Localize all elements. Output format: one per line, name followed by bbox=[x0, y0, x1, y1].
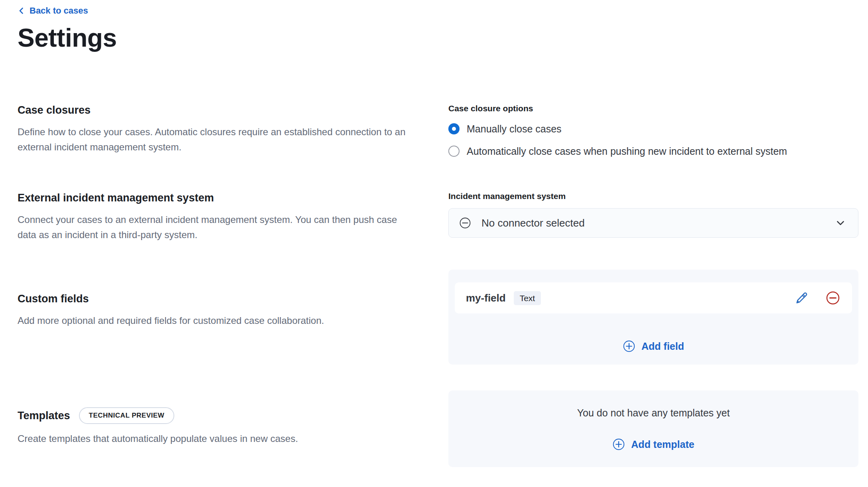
minus-in-circle-icon bbox=[826, 291, 840, 305]
radio-label: Automatically close cases when pushing n… bbox=[467, 144, 787, 158]
radio-selected-icon[interactable] bbox=[448, 123, 460, 134]
templates-heading: Templates bbox=[18, 408, 70, 423]
plus-in-circle-icon bbox=[623, 340, 635, 353]
chevron-down-icon bbox=[835, 217, 846, 229]
add-field-button[interactable]: Add field bbox=[620, 339, 687, 353]
radio-unselected-icon[interactable] bbox=[448, 146, 460, 157]
external-system-description: Connect your cases to an external incide… bbox=[18, 212, 416, 243]
external-system-heading: External incident management system bbox=[18, 191, 416, 205]
radio-manually-close-cases[interactable]: Manually close cases bbox=[448, 121, 858, 136]
radio-label: Manually close cases bbox=[467, 122, 562, 136]
case-closure-options-label: Case closure options bbox=[448, 103, 858, 114]
cases-settings-page: Back to cases Settings Case closures Def… bbox=[0, 0, 868, 487]
incident-system-field: Incident management system No connector … bbox=[448, 191, 858, 238]
section-external-incident-system: External incident management system Conn… bbox=[18, 191, 858, 243]
templates-description-column: Templates TECHNICAL PREVIEW Create templ… bbox=[18, 390, 448, 446]
custom-fields-panel: my-field Text bbox=[448, 270, 858, 365]
page-title: Settings bbox=[18, 23, 858, 53]
minus-in-circle-icon bbox=[459, 217, 471, 229]
custom-field-name: my-field bbox=[466, 292, 506, 304]
incident-system-label: Incident management system bbox=[448, 191, 858, 202]
templates-heading-row: Templates TECHNICAL PREVIEW bbox=[18, 407, 416, 424]
pencil-icon bbox=[795, 292, 808, 304]
templates-empty-message: You do not have any templates yet bbox=[577, 406, 730, 420]
add-template-label: Add template bbox=[631, 438, 694, 451]
edit-field-button[interactable] bbox=[795, 292, 808, 304]
external-system-description-column: External incident management system Conn… bbox=[18, 191, 448, 243]
add-field-row: Add field bbox=[455, 339, 852, 353]
case-closures-description: Define how to close your cases. Automati… bbox=[18, 124, 416, 155]
settings-form: Case closures Define how to close your c… bbox=[18, 103, 858, 467]
section-case-closures: Case closures Define how to close your c… bbox=[18, 103, 858, 159]
section-custom-fields: Custom fields Add more optional and requ… bbox=[18, 270, 858, 365]
delete-field-button[interactable] bbox=[826, 291, 840, 305]
case-closures-heading: Case closures bbox=[18, 103, 416, 117]
templates-description: Create templates that automatically popu… bbox=[18, 431, 416, 446]
add-template-button[interactable]: Add template bbox=[610, 437, 696, 452]
case-closure-options-group: Case closure options Manually close case… bbox=[448, 103, 858, 159]
add-field-label: Add field bbox=[641, 339, 684, 353]
custom-field-type-badge: Text bbox=[514, 291, 541, 305]
plus-in-circle-icon bbox=[612, 438, 625, 451]
radio-automatically-close-cases[interactable]: Automatically close cases when pushing n… bbox=[448, 144, 858, 159]
back-link-label: Back to cases bbox=[30, 5, 88, 17]
connector-select[interactable]: No connector selected bbox=[448, 208, 858, 238]
technical-preview-badge: TECHNICAL PREVIEW bbox=[79, 407, 175, 424]
chevron-left-icon bbox=[18, 7, 26, 15]
custom-fields-description: Add more optional and required fields fo… bbox=[18, 313, 416, 328]
custom-fields-description-column: Custom fields Add more optional and requ… bbox=[18, 270, 448, 328]
back-to-cases-link[interactable]: Back to cases bbox=[18, 5, 88, 17]
case-closures-description-column: Case closures Define how to close your c… bbox=[18, 103, 448, 155]
templates-panel: You do not have any templates yet Add te… bbox=[448, 390, 858, 467]
custom-fields-heading: Custom fields bbox=[18, 292, 416, 306]
section-templates: Templates TECHNICAL PREVIEW Create templ… bbox=[18, 390, 858, 467]
custom-field-row: my-field Text bbox=[455, 282, 852, 313]
connector-select-value: No connector selected bbox=[481, 217, 585, 229]
custom-field-actions bbox=[795, 291, 840, 305]
